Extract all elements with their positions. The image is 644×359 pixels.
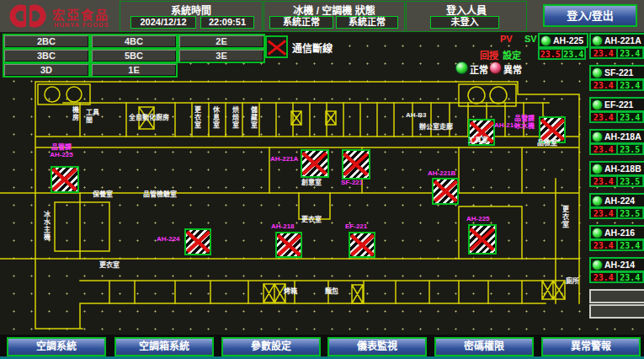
login-section: 登入人員 未登入 (406, 1, 527, 32)
sidebar-unit-ah224[interactable]: AH-224 (589, 193, 644, 208)
sidebar-unit-ah214[interactable]: AH-214 (589, 257, 644, 272)
system-clock-value: 22:09:51 (200, 16, 254, 29)
floor-button-1e[interactable]: 1E (90, 62, 178, 78)
pv-value: 23.4 (590, 144, 617, 154)
pv-value: 23.4 (590, 80, 617, 90)
pv-value: 23.4 (590, 272, 617, 282)
login-logout-button[interactable]: 登入/登出 (543, 4, 637, 27)
status-led-icon (592, 35, 603, 46)
room-label: 烤箱 (284, 288, 297, 296)
unit-name: AH-221A (604, 35, 641, 46)
login-user-value: 未登入 (430, 16, 499, 29)
comm-error-label: 通信斷線 (292, 40, 333, 55)
room-label: 更衣室 (193, 106, 200, 129)
sidebar-unit-ah216[interactable]: AH-216 (589, 225, 644, 240)
status-led-icon (592, 196, 603, 206)
brand-subname: HUNYA FOODS (54, 21, 109, 29)
map-fan-label-ah221a: AH-221A (270, 155, 298, 163)
sidebar-unit-ah221a[interactable]: AH-221A (589, 33, 644, 48)
unit-name: EF-221 (604, 99, 633, 110)
sidebar-values-ah224: 23.4 23.5 (589, 207, 644, 219)
sv-value: 23.4 (617, 240, 644, 250)
floor-button-2e[interactable]: 2E (178, 34, 265, 49)
sidebar-unit-ah225[interactable]: AH-225 (538, 33, 588, 48)
sv-value: 23.5 (617, 176, 644, 186)
nav-ac-system-button[interactable]: 空調系統 (7, 337, 106, 356)
floor-button-3bc[interactable]: 3BC (3, 48, 90, 63)
sidebar-values-ah221a: 23.4 23.4 (589, 47, 644, 59)
nav-param-setting-button[interactable]: 參數設定 (221, 337, 321, 356)
sv-value: 23.4 (617, 48, 644, 58)
room-label: 創意室 (301, 180, 322, 187)
map-fan-unit-ef221[interactable] (349, 232, 375, 258)
room-label: 冰水主機 (42, 211, 50, 241)
map-fan-unit-ah224[interactable] (184, 228, 211, 255)
room-label: 工具室 (468, 137, 488, 145)
sv-value: 23.4 (617, 272, 644, 282)
room-label: 辦公室走廊 (419, 124, 453, 131)
map-fan-unit-ah225b[interactable] (468, 224, 497, 255)
room-label: 麵包 (325, 288, 338, 296)
sidebar-unit-ah218b[interactable]: AH-218B (589, 161, 644, 176)
room-label: 廁所 (566, 278, 579, 286)
sidebar-values-ah214: 23.4 23.4 (589, 271, 644, 283)
brand-name: 宏亞食品 (52, 5, 109, 23)
sv-value: 23.5 (617, 208, 644, 218)
map-fan-unit-sf221[interactable] (342, 149, 370, 180)
feedback-label: 回授 (480, 48, 498, 62)
sidebar-unit-sf221[interactable]: SF-221 (589, 65, 644, 80)
unit-name: AH-224 (604, 196, 635, 206)
map-fan-unit-ah221a[interactable] (301, 149, 329, 178)
map-fan-label-ah216: 品管課 冰水機 (512, 115, 537, 130)
system-time-section: 系統時間 2024/12/12 22:09:51 (120, 1, 263, 32)
sidebar-values-ah218b: 23.4 23.5 (589, 175, 644, 187)
nav-password-auth-button[interactable]: 密碼權限 (434, 337, 534, 356)
status-led-icon (592, 228, 603, 238)
sidebar-unit-ah218a[interactable]: AH-218A (589, 129, 644, 144)
room-label: 全自動化廚房 (129, 115, 169, 122)
bottom-nav: 空調系統 空調箱系統 參數設定 儀表監視 密碼權限 異常警報 (0, 335, 644, 356)
map-fan-unit-ah225[interactable] (51, 166, 79, 193)
sidebar-unit-ef221[interactable]: EF-221 (589, 97, 644, 112)
system-date-value: 2024/12/12 (130, 16, 196, 29)
abnormal-label: 異常 (503, 62, 522, 76)
sidebar-empty-slot (589, 289, 644, 303)
room-label: 儲藏室 (249, 106, 257, 129)
header-bar: 宏亞食品 HUNYA FOODS 系統時間 2024/12/12 22:09:5… (0, 0, 644, 33)
map-fan-unit-ah221b[interactable] (432, 178, 459, 205)
map-fan-unit-ah218[interactable] (275, 232, 302, 258)
pv-value: 23.4 (590, 48, 617, 58)
sidebar-values-ah218a: 23.4 23.5 (589, 143, 644, 155)
sv-value: 23.4 (562, 49, 586, 59)
unit-name: AH-225 (553, 35, 583, 46)
machine-status-section: 冰機 / 空調機 狀態 系統正常 系統正常 (263, 1, 405, 32)
sidebar-empty-slot (589, 304, 644, 319)
floor-button-2bc[interactable]: 2BC (3, 34, 90, 49)
sidebar-values-ah216: 23.4 23.4 (589, 239, 644, 251)
map-fan-label-ah221b: AH-221B (428, 169, 455, 177)
chiller-status-value: 系統正常 (269, 16, 333, 29)
unit-name: SF-221 (604, 67, 633, 78)
status-led-icon (592, 99, 603, 110)
floor-button-3d[interactable]: 3D (3, 62, 90, 78)
floor-button-3e[interactable]: 3E (178, 48, 265, 63)
room-label: 更衣室 (561, 206, 568, 228)
unit-name: AH-214 (604, 260, 635, 270)
nav-ahu-system-button[interactable]: 空調箱系統 (114, 337, 214, 356)
room-label: 品檢室 (537, 140, 557, 147)
sidebar-values-sf221: 23.4 23.4 (589, 79, 644, 91)
floor-button-4bc[interactable]: 4BC (90, 34, 178, 49)
room-label: 更衣室 (99, 262, 120, 270)
abnormal-led-icon (489, 62, 502, 74)
nav-alarm-button[interactable]: 異常警報 (541, 337, 641, 356)
sidebar-values-ah225: 23.5 23.4 (538, 48, 586, 60)
pv-value: 23.4 (590, 112, 617, 122)
pv-value: 23.4 (590, 176, 617, 186)
floor-button-5bc[interactable]: 5BC (90, 48, 178, 63)
map-fan-label-ah225b: AH-225 (466, 215, 490, 222)
nav-meter-monitor-button[interactable]: 儀表監視 (327, 337, 427, 356)
unit-name: AH-218A (604, 131, 641, 142)
sv-value: 23.4 (617, 80, 644, 90)
unit-name: AH-218B (604, 163, 641, 174)
pv-label: PV (500, 34, 513, 44)
